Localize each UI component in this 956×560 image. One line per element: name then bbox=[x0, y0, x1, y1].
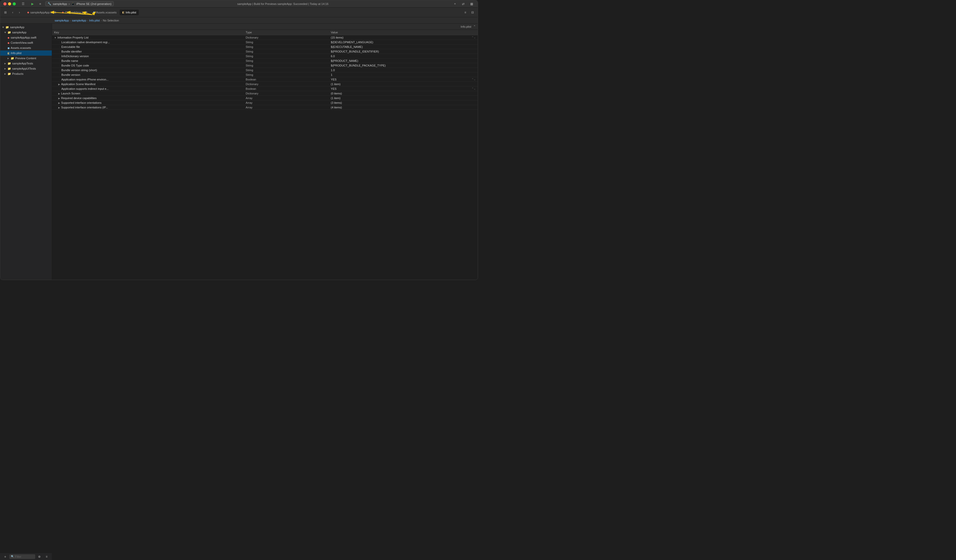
row-value: 1 bbox=[329, 72, 478, 77]
row-expand-icon[interactable]: ▼ bbox=[54, 36, 57, 39]
row-type: Dictionary bbox=[244, 91, 329, 96]
close-button[interactable] bbox=[3, 2, 6, 5]
scheme-arrow: › bbox=[69, 2, 70, 5]
products-expand-icon: ▶ bbox=[5, 73, 6, 75]
table-row[interactable]: ▶Supported interface orientations (IP...… bbox=[52, 105, 478, 110]
breadcrumb-part-3[interactable]: Info.plist bbox=[89, 19, 100, 22]
tests-folder-icon: 📁 bbox=[8, 62, 11, 65]
row-expand-icon[interactable]: ▶ bbox=[58, 107, 60, 109]
row-key: Application requires iPhone environ... bbox=[61, 78, 108, 81]
editor-options-button[interactable]: ≡ bbox=[462, 9, 469, 16]
row-expand-icon[interactable]: ▶ bbox=[58, 83, 60, 86]
sidebar: ▶ 📁 sampleApp ▶ 📁 sampleApp ◆ sampleAppA… bbox=[0, 24, 52, 280]
folder-icon: 📁 bbox=[8, 31, 11, 34]
sidebar-item-sampleapp-folder[interactable]: ▶ 📁 sampleApp bbox=[0, 30, 52, 35]
table-row[interactable]: Localization native development regi...S… bbox=[52, 40, 478, 44]
sidebar-item-preview-content[interactable]: ▶ 📁 Preview Content bbox=[0, 56, 52, 61]
row-expand-icon[interactable]: ▶ bbox=[58, 97, 60, 100]
row-value: YES⌃⌄ bbox=[329, 86, 478, 91]
layout-button[interactable]: ⇄ bbox=[460, 1, 466, 7]
row-expand-icon[interactable]: ▶ bbox=[58, 93, 60, 95]
sidebar-item-project[interactable]: ▶ 📁 sampleApp bbox=[0, 25, 52, 30]
breadcrumb-sep-2: › bbox=[87, 19, 88, 22]
preview-folder-icon: 📁 bbox=[11, 56, 14, 60]
table-row[interactable]: Bundle identifierString$(PRODUCT_BUNDLE_… bbox=[52, 49, 478, 54]
plist-file-icon: ◧ bbox=[8, 52, 10, 55]
table-row[interactable]: ▶Launch ScreenDictionary(0 items) bbox=[52, 91, 478, 96]
sidebar-toggle-button[interactable]: ☰ bbox=[20, 1, 26, 7]
table-row[interactable]: Application supports indirect input e...… bbox=[52, 86, 478, 91]
swift-file-icon-2: ◆ bbox=[8, 41, 9, 44]
table-row[interactable]: ▼Information Property ListDictionary(15 … bbox=[52, 35, 478, 40]
project-icon: 📁 bbox=[5, 26, 9, 29]
scheme-icon2: 📱 bbox=[71, 2, 75, 5]
sidebar-item-contentview[interactable]: ◆ ContentView.swift bbox=[0, 40, 52, 45]
row-value: (15 items)⌃⌄ bbox=[329, 35, 478, 40]
row-type: String bbox=[244, 72, 329, 77]
row-type: String bbox=[244, 40, 329, 44]
titlebar: ☰ ▶ ■ 🔧 sampleApp › 📱 iPhone SE (2nd gen… bbox=[0, 0, 478, 8]
col-value: Value bbox=[329, 30, 478, 35]
table-row[interactable]: Executable fileString$(EXECUTABLE_NAME) bbox=[52, 44, 478, 49]
table-row[interactable]: ▶Supported interface orientationsArray(3… bbox=[52, 100, 478, 105]
tab-assets[interactable]: ◼ Assets.xcassets bbox=[90, 9, 119, 15]
row-value: 6.0 bbox=[329, 54, 478, 58]
col-type: Type bbox=[244, 30, 329, 35]
split-button[interactable]: ⊟ bbox=[469, 9, 476, 16]
sidebar-item-assets[interactable]: ◼ Assets.xcassets bbox=[0, 45, 52, 50]
table-row[interactable]: Bundle nameString$(PRODUCT_NAME) bbox=[52, 58, 478, 63]
back-button[interactable]: ‹ bbox=[9, 9, 16, 16]
titlebar-right: + ⇄ ▦ bbox=[452, 1, 475, 7]
col-key: Key bbox=[52, 30, 244, 35]
row-stepper[interactable]: ⌃⌄ bbox=[472, 36, 476, 39]
table-row[interactable]: Application requires iPhone environ...Bo… bbox=[52, 77, 478, 82]
plist-table: Key Type Value ▼Information Property Lis… bbox=[52, 30, 478, 110]
uitests-expand-icon: ▶ bbox=[5, 67, 6, 70]
secondary-toolbar: ⊞ ‹ › ◆ sampleAppApp.swift ◆ ContentView… bbox=[0, 8, 478, 17]
table-row[interactable]: ▶Required device capabilitiesArray(1 ite… bbox=[52, 96, 478, 100]
add-button[interactable]: + bbox=[452, 1, 458, 7]
table-row[interactable]: Bundle versionString1 bbox=[52, 72, 478, 77]
tab-contentview[interactable]: ◆ ContentView.swift bbox=[59, 9, 90, 15]
editor-title: Info.plist bbox=[461, 25, 471, 28]
row-value: (3 items) bbox=[329, 100, 478, 105]
table-row[interactable]: ▶Application Scene ManifestDictionary(1 … bbox=[52, 82, 478, 86]
scheme-selector[interactable]: 🔧 sampleApp › 📱 iPhone SE (2nd generatio… bbox=[45, 1, 114, 6]
grid-view-button[interactable]: ⊞ bbox=[2, 9, 9, 16]
breadcrumb-sep-1: › bbox=[70, 19, 71, 22]
stepper-up[interactable]: ⌃ bbox=[473, 25, 476, 28]
traffic-lights bbox=[3, 2, 16, 5]
folder-expand-icon: ▶ bbox=[4, 31, 6, 33]
breadcrumb-no-selection[interactable]: No Selection bbox=[103, 19, 119, 22]
row-expand-icon[interactable]: ▶ bbox=[58, 102, 60, 104]
table-row[interactable]: Bundle OS Type codeString$(PRODUCT_BUNDL… bbox=[52, 63, 478, 68]
table-row[interactable]: Bundle version string (short)String1.0 bbox=[52, 68, 478, 72]
sidebar-item-sampleappuitests[interactable]: ▶ 📁 sampleAppUITests bbox=[0, 66, 52, 71]
table-row[interactable]: InfoDictionary versionString6.0 bbox=[52, 54, 478, 58]
minimize-button[interactable] bbox=[8, 2, 11, 5]
stop-button[interactable]: ■ bbox=[37, 1, 43, 7]
row-type: String bbox=[244, 68, 329, 72]
sidebar-item-infoplist[interactable]: ◧ Info.plist bbox=[0, 50, 52, 56]
tab-infoplist[interactable]: ◧ Info.plist bbox=[120, 9, 139, 15]
sidebar-item-products[interactable]: ▶ 📁 Products bbox=[0, 71, 52, 76]
row-stepper[interactable]: ⌃⌄ bbox=[472, 78, 476, 81]
breadcrumb-part-2[interactable]: sampleApp bbox=[72, 19, 86, 22]
tab-sampleappapp[interactable]: ◆ sampleAppApp.swift bbox=[25, 9, 59, 15]
row-type: String bbox=[244, 58, 329, 63]
sidebar-item-sampleappapp[interactable]: ◆ sampleAppApp.swift bbox=[0, 35, 52, 40]
run-button[interactable]: ▶ bbox=[29, 1, 36, 7]
maximize-button[interactable] bbox=[13, 2, 16, 5]
row-value: $(DEVELOPMENT_LANGUAGE) bbox=[329, 40, 478, 44]
row-stepper[interactable]: ⌃⌄ bbox=[472, 87, 476, 90]
breadcrumb-part-1[interactable]: sampleApp bbox=[55, 19, 69, 22]
sidebar-item-sampleapptests[interactable]: ▶ 📁 sampleAppTests bbox=[0, 61, 52, 66]
forward-button[interactable]: › bbox=[16, 9, 22, 16]
row-type: String bbox=[244, 44, 329, 49]
row-type: Dictionary bbox=[244, 82, 329, 86]
row-value: (1 item) bbox=[329, 96, 478, 100]
inspector-button[interactable]: ▦ bbox=[469, 1, 475, 7]
row-value: $(PRODUCT_BUNDLE_IDENTIFIER) bbox=[329, 49, 478, 54]
swift-file-icon: ◆ bbox=[8, 36, 9, 39]
nav-arrows: ‹ › bbox=[9, 9, 22, 16]
